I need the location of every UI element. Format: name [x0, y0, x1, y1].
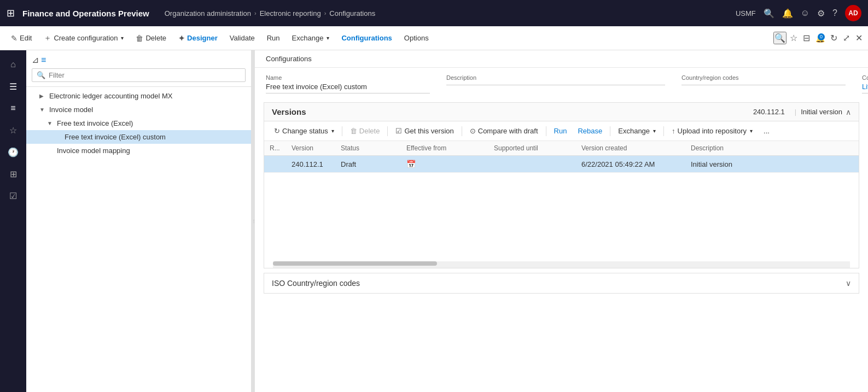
bell-btn[interactable]: 🔔 [782, 8, 793, 19]
versions-table: R... Version Status Effective from Suppo… [264, 141, 859, 173]
field-name: Name Free text invoice (Excel) custom [266, 74, 430, 93]
toolbar-search-button[interactable]: 🔍 [773, 32, 787, 44]
nav-filter-area: ⊿ ≡ 🔍 [26, 50, 251, 87]
tree-item-label-free-text-excel: Free text invoice (Excel) [57, 119, 133, 127]
tree-item-electronic-ledger[interactable]: ▶ Electronic ledger accounting model MX [26, 89, 251, 103]
form-section: Name Free text invoice (Excel) custom De… [255, 68, 868, 98]
run-version-label: Run [554, 127, 567, 135]
change-status-label: Change status [282, 127, 328, 135]
description-value[interactable] [446, 83, 665, 85]
exchange-button[interactable]: Exchange ▾ [287, 31, 335, 45]
edit-button[interactable]: ✎ Edit [5, 31, 37, 46]
vt-sep-5 [610, 126, 610, 136]
iso-title: ISO Country/region codes [272, 279, 846, 288]
home-icon[interactable]: ⌂ [3, 55, 23, 74]
versions-empty-space [264, 173, 859, 260]
versions-section: Versions 240.112.1 | Initial version ∧ ↻… [264, 102, 859, 268]
clock-icon[interactable]: 🕐 [3, 142, 23, 162]
calendar-icon[interactable]: 📅 [406, 160, 416, 168]
iso-header[interactable]: ISO Country/region codes ∨ [264, 273, 859, 293]
checklist-icon[interactable]: ☑ [3, 186, 23, 206]
expand-icon[interactable]: ⤢ [843, 33, 850, 43]
vt-sep-1 [342, 126, 342, 136]
panel-icon[interactable]: ⊟ [803, 33, 810, 43]
options-button[interactable]: Options [399, 31, 434, 45]
breadcrumb-org[interactable]: Organization administration [165, 9, 251, 17]
exchange-version-btn[interactable]: Exchange ▾ [614, 125, 660, 137]
name-value[interactable]: Free text invoice (Excel) custom [266, 83, 430, 93]
refresh-icon[interactable]: ↻ [830, 33, 837, 43]
col-header-version: Version [286, 141, 335, 156]
tree-item-free-text-excel[interactable]: ▼ Free text invoice (Excel) [26, 116, 251, 130]
rebase-btn[interactable]: Rebase [573, 125, 607, 137]
cell-created: 6/22/2021 05:49:22 AM [576, 156, 685, 173]
breadcrumb-er[interactable]: Electronic reporting [260, 9, 321, 17]
grid-icon[interactable]: ⊞ [3, 164, 23, 184]
star-icon[interactable]: ☆ [3, 120, 23, 140]
country-value[interactable] [681, 83, 846, 85]
provider-value[interactable]: Litware, Inc. [862, 83, 868, 93]
tree-item-invoice-model[interactable]: ▼ Invoice model [26, 103, 251, 116]
vt-sep-4 [546, 126, 546, 136]
name-label: Name [266, 74, 430, 81]
help-btn[interactable]: ? [832, 8, 837, 18]
more-btn[interactable]: ... [759, 125, 774, 137]
create-label: Create configuration [54, 34, 118, 42]
create-dropdown-arrow: ▾ [121, 35, 124, 41]
edit-icon: ✎ [11, 34, 18, 43]
delete-button[interactable]: 🗑 Delete [130, 31, 172, 46]
validate-button[interactable]: Validate [224, 31, 260, 45]
avatar[interactable]: AD [845, 5, 861, 21]
run-version-btn[interactable]: Run [550, 125, 572, 137]
designer-button[interactable]: ✦ Designer [173, 31, 223, 46]
create-config-button[interactable]: ＋ Create configuration ▾ [38, 30, 129, 46]
delete-version-btn[interactable]: 🗑 Delete [346, 125, 385, 137]
exchange-dropdown-arrow: ▾ [327, 35, 329, 41]
smiley-btn[interactable]: ☺ [801, 8, 809, 18]
change-status-btn[interactable]: ↻ Change status ▾ [270, 125, 339, 137]
gear-btn[interactable]: ⚙ [817, 8, 825, 19]
breadcrumb-configs[interactable]: Configurations [329, 9, 375, 17]
tree-filter-icon[interactable]: ⊿ [32, 55, 39, 65]
compare-btn[interactable]: ⊙ Compare with draft [465, 125, 543, 137]
run-button[interactable]: Run [261, 31, 286, 45]
search-btn[interactable]: 🔍 [764, 8, 774, 19]
main-toolbar: ✎ Edit ＋ Create configuration ▾ 🗑 Delete… [0, 26, 868, 50]
compare-icon: ⊙ [470, 127, 476, 135]
tree-item-invoice-mapping[interactable]: Invoice model mapping [26, 144, 251, 157]
iso-section: ISO Country/region codes ∨ [264, 273, 859, 294]
chevron-icon-1: › [254, 10, 257, 16]
horizontal-scrollbar[interactable] [273, 261, 850, 268]
get-version-label: Get this version [404, 127, 453, 135]
versions-header: Versions 240.112.1 | Initial version ∧ [264, 103, 859, 121]
vt-sep-2 [387, 126, 388, 136]
notification-badge-icon[interactable]: 🔔 0 [815, 33, 825, 43]
options-label: Options [404, 34, 429, 42]
close-icon[interactable]: ✕ [855, 33, 863, 43]
content-area: Configurations Name Free text invoice (E… [255, 50, 868, 392]
configurations-button[interactable]: Configurations [336, 31, 397, 45]
app-grid-icon[interactable]: ⊞ [7, 7, 15, 19]
get-version-btn[interactable]: ☑ Get this version [391, 125, 458, 137]
filter-search-icon: 🔍 [37, 71, 45, 79]
content-breadcrumb-label: Configurations [266, 55, 312, 63]
tree-item-free-text-excel-custom[interactable]: Free text invoice (Excel) custom [26, 130, 251, 144]
versions-collapse-btn[interactable]: ∧ [846, 108, 851, 116]
more-label: ... [764, 127, 770, 135]
table-row[interactable]: 240.112.1 Draft 📅 6/22/2021 05:49:22 AM … [264, 156, 859, 173]
favorite-icon[interactable]: ☆ [790, 33, 797, 43]
filter-icon[interactable]: ☰ [3, 77, 23, 96]
upload-btn[interactable]: ↑ Upload into repository ▾ [667, 125, 757, 137]
provider-label: Configuration provider [862, 74, 868, 81]
filter-input[interactable] [49, 71, 241, 79]
side-icons: ⌂ ☰ ≡ ☆ 🕐 ⊞ ☑ [0, 50, 26, 392]
exchange-label: Exchange [292, 34, 324, 42]
designer-label: Designer [187, 34, 218, 42]
delete-label: Delete [145, 34, 166, 42]
list-icon[interactable]: ≡ [3, 98, 23, 118]
tree-list-icon[interactable]: ≡ [41, 55, 46, 65]
tree-item-label-electronic-ledger: Electronic ledger accounting model MX [49, 92, 172, 100]
tree-toggle-electronic-ledger: ▶ [39, 93, 47, 99]
scroll-thumb[interactable] [273, 261, 437, 266]
org-label: USMF [736, 9, 756, 17]
